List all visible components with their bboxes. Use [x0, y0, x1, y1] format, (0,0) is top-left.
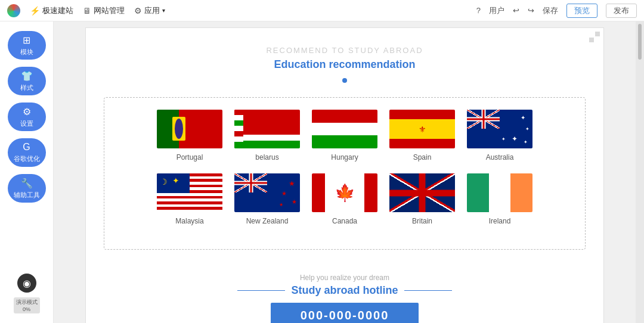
flag-item-belarus[interactable]: belarus [234, 110, 300, 162]
flag-item-malaysia[interactable]: ☽ ✦ Malaysia [157, 173, 222, 225]
section-dot [342, 78, 347, 83]
toolbar: ⚡ 极速建站 🖥 网站管理 ⚙ 应用 ▾ ? 用户 ↩ ↪ 保存 预览 发布 [0, 0, 644, 21]
chevron-down-icon: ▾ [162, 7, 165, 14]
sidebar: ⊞ 模块 👕 样式 ⚙ 设置 G 谷歌优化 🔧 辅助工具 ◉ 演示模式0% [0, 21, 54, 323]
main-layout: ⊞ 模块 👕 样式 ⚙ 设置 G 谷歌优化 🔧 辅助工具 ◉ 演示模式0% [0, 21, 644, 323]
sidebar-item-seo[interactable]: G 谷歌优化 [8, 138, 46, 167]
styles-icon: 👕 [21, 70, 33, 82]
canvas-area[interactable]: RECOMMEND TO STUDY ABROAD Education reco… [54, 21, 636, 323]
scrollbar[interactable] [636, 21, 644, 323]
flag-australia: ✦ ✦ ✦ ✦ ✦ [467, 110, 532, 148]
flag-item-canada[interactable]: 🍁 Canada [312, 173, 377, 225]
publish-button[interactable]: 发布 [606, 4, 637, 18]
toolbar-item-build[interactable]: ⚡ 极速建站 [30, 5, 73, 16]
demo-mode-button[interactable]: ◉ [17, 274, 36, 293]
flag-spain: ⚜ [389, 110, 455, 148]
hotline-line-right [404, 290, 452, 291]
sidebar-item-modules[interactable]: ⊞ 模块 [8, 31, 46, 60]
sidebar-bottom: ◉ 演示模式0% [14, 274, 40, 313]
save-button[interactable]: 保存 [543, 5, 558, 16]
hotline-title: Study abroad hotline [86, 284, 603, 297]
flags-row-1: Portugal belarus [116, 110, 573, 162]
app-logo [7, 4, 20, 17]
modules-icon: ⊞ [23, 35, 30, 46]
help-button[interactable]: ? [476, 6, 481, 15]
flag-item-hungary[interactable]: Hungary [312, 110, 377, 162]
flag-newzealand: ★ ★ ★ ★ [234, 173, 300, 212]
flag-item-newzealand[interactable]: ★ ★ ★ ★ New Zealand [234, 173, 300, 225]
build-icon: ⚡ [30, 6, 40, 15]
manage-icon: 🖥 [83, 6, 91, 15]
toolbar-item-apps[interactable]: ⚙ 应用 ▾ [134, 5, 165, 16]
sidebar-item-tools[interactable]: 🔧 辅助工具 [8, 174, 46, 203]
scroll-thumb[interactable] [638, 24, 642, 60]
flag-hungary [312, 110, 377, 148]
demo-icon: ◉ [23, 278, 31, 289]
flag-canada: 🍁 [312, 173, 377, 212]
user-button[interactable]: 用户 [489, 5, 504, 16]
hotline-subtitle: Help you realize your dream [86, 274, 603, 282]
settings-icon: ⚙ [23, 106, 31, 117]
hotline-number: 000-000-0000 [271, 303, 419, 323]
flag-malaysia: ☽ ✦ [157, 173, 222, 212]
hotline-line-left [237, 290, 285, 291]
preview-button[interactable]: 预览 [566, 4, 597, 18]
corner-decoration [589, 32, 600, 42]
flag-portugal [157, 110, 222, 148]
tools-icon: 🔧 [21, 178, 33, 189]
apps-icon: ⚙ [134, 6, 142, 15]
flag-britain [389, 173, 455, 212]
seo-icon: G [23, 142, 30, 153]
flag-item-ireland[interactable]: Ireland [467, 173, 532, 225]
flags-container: Portugal belarus [104, 97, 586, 250]
sidebar-item-styles[interactable]: 👕 样式 [8, 67, 46, 95]
flag-item-britain[interactable]: Britain [389, 173, 455, 225]
demo-label: 演示模式0% [14, 297, 40, 313]
undo-button[interactable]: ↩ [513, 6, 519, 15]
flag-belarus [234, 110, 300, 148]
section-title-main: Education recommendation [86, 58, 603, 71]
flag-ireland [467, 173, 532, 212]
flag-item-portugal[interactable]: Portugal [157, 110, 222, 162]
flags-row-2: ☽ ✦ Malaysia [116, 173, 573, 225]
section-header: RECOMMEND TO STUDY ABROAD Education reco… [86, 28, 603, 91]
bottom-section: Help you realize your dream Study abroad… [86, 262, 603, 323]
flag-item-australia[interactable]: ✦ ✦ ✦ ✦ ✦ Australia [467, 110, 532, 162]
toolbar-right: ? 用户 ↩ ↪ 保存 预览 发布 [476, 4, 637, 18]
page-content: RECOMMEND TO STUDY ABROAD Education reco… [85, 27, 604, 323]
redo-button[interactable]: ↪ [528, 6, 534, 15]
flag-item-spain[interactable]: ⚜ Spain [389, 110, 455, 162]
section-title-en: RECOMMEND TO STUDY ABROAD [86, 46, 603, 55]
toolbar-item-manage[interactable]: 🖥 网站管理 [83, 5, 125, 16]
sidebar-item-settings[interactable]: ⚙ 设置 [8, 103, 46, 131]
